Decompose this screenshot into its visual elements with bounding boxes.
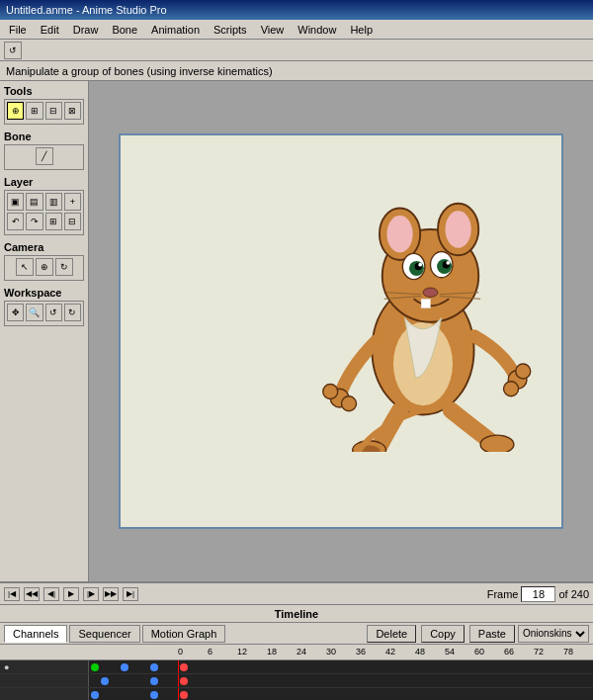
bone-tools-box: ╱: [4, 144, 84, 170]
playhead-1: [178, 660, 179, 673]
menu-bone[interactable]: Bone: [107, 23, 142, 37]
menu-help[interactable]: Help: [345, 23, 378, 37]
frame-number-input[interactable]: [521, 586, 555, 602]
layer-tool-add[interactable]: +: [64, 193, 81, 211]
camera-tool-1[interactable]: ↖: [16, 258, 34, 276]
ruler-78: 78: [563, 647, 573, 656]
track-1-dot-start: [91, 663, 99, 671]
title-text: Untitled.anme - Anime Studio Pro: [6, 4, 167, 16]
svg-point-14: [418, 263, 422, 267]
track-2-dot-1: [101, 677, 109, 685]
track-1-label: ●: [4, 662, 9, 672]
timeline-section: |◀ ◀◀ ◀| ▶ |▶ ▶▶ ▶| Frame of 240 Timelin…: [0, 581, 593, 700]
menu-bar: File Edit Draw Bone Animation Scripts Vi…: [0, 20, 593, 40]
playback-bar: |◀ ◀◀ ◀| ▶ |▶ ▶▶ ▶| Frame of 240: [0, 583, 593, 605]
ruler-24: 24: [296, 647, 306, 656]
delete-button[interactable]: Delete: [367, 625, 416, 643]
ruler-48: 48: [415, 647, 425, 656]
copy-button[interactable]: Copy: [421, 625, 465, 643]
ruler-6: 6: [208, 647, 212, 656]
menu-view[interactable]: View: [256, 23, 290, 37]
tab-motion-graph[interactable]: Motion Graph: [142, 625, 226, 643]
track-1-dot-12: [150, 663, 158, 671]
tool-manipulate[interactable]: ⊕: [7, 102, 24, 120]
layer-tool-3[interactable]: ▥: [45, 193, 62, 211]
left-panel: Tools ⊕ ⊞ ⊟ ⊠ Bone ╱ Layer: [0, 81, 89, 581]
svg-rect-17: [421, 299, 430, 307]
timeline-tracks: ●: [0, 660, 593, 700]
jerry-character: [314, 155, 532, 452]
camera-tool-2[interactable]: ⊕: [36, 258, 53, 276]
timeline-title: Timeline: [275, 608, 318, 620]
btn-next-frame[interactable]: ▶▶: [103, 587, 119, 601]
onionskins-select[interactable]: Onionskins: [518, 625, 589, 643]
track-3-dot-3: [180, 691, 188, 699]
svg-point-26: [504, 382, 519, 396]
paste-button[interactable]: Paste: [469, 625, 515, 643]
workspace-tool-2[interactable]: 🔍: [26, 304, 42, 321]
btn-prev-frame[interactable]: ◀◀: [24, 587, 40, 601]
track-2-dot-3: [180, 677, 188, 685]
btn-play[interactable]: ▶: [63, 587, 79, 601]
workspace-label: Workspace: [4, 287, 84, 299]
btn-skip-start[interactable]: |◀: [4, 587, 20, 601]
bone-tool-1[interactable]: ╱: [36, 147, 53, 165]
playhead-3: [178, 688, 179, 700]
btn-step-back[interactable]: ◀|: [43, 587, 59, 601]
track-1-dot-6: [121, 663, 128, 671]
menu-draw[interactable]: Draw: [68, 23, 104, 37]
toolbar-icon[interactable]: ↺: [4, 42, 22, 59]
svg-point-7: [446, 211, 471, 248]
tool-2[interactable]: ⊞: [26, 102, 42, 120]
layer-tools-box: ▣ ▤ ▥ + ↶ ↷ ⊞ ⊟: [4, 190, 84, 235]
ruler-66: 66: [504, 647, 514, 656]
ruler-18: 18: [267, 647, 277, 656]
svg-point-16: [423, 288, 438, 297]
workspace-tool-3[interactable]: ↺: [45, 304, 62, 321]
ruler-30: 30: [326, 647, 336, 656]
ruler-0: 0: [178, 647, 183, 656]
layer-tool-7[interactable]: ⊞: [45, 213, 62, 230]
canvas-inner[interactable]: [119, 133, 563, 529]
svg-point-27: [516, 364, 531, 379]
layer-tool-1[interactable]: ▣: [7, 193, 24, 211]
workspace-tool-1[interactable]: ✥: [7, 304, 24, 321]
tab-sequencer[interactable]: Sequencer: [69, 625, 139, 643]
toolbar-row: ↺: [0, 40, 593, 61]
svg-point-24: [342, 396, 357, 411]
status-bar: Manipulate a group of bones (using inver…: [0, 61, 593, 81]
layer-tool-5[interactable]: ↶: [7, 213, 24, 230]
menu-scripts[interactable]: Scripts: [209, 23, 252, 37]
tabs-bar: Channels Sequencer Motion Graph Delete C…: [0, 623, 593, 645]
svg-point-30: [480, 435, 514, 452]
menu-edit[interactable]: Edit: [36, 23, 64, 37]
track-2-dot-2: [150, 677, 158, 685]
of-label: of: [558, 588, 567, 600]
tool-4[interactable]: ⊠: [64, 102, 81, 120]
timeline-ruler: 0 6 12 18 24 30 36 42 48 54 60 66 72 78 …: [0, 645, 593, 660]
main-layout: Tools ⊕ ⊞ ⊟ ⊠ Bone ╱ Layer: [0, 81, 593, 581]
total-frames: 240: [571, 588, 589, 600]
frame-input-area: Frame of 240: [487, 586, 589, 602]
track-3-dot-2: [150, 691, 158, 699]
layer-tool-6[interactable]: ↷: [26, 213, 42, 230]
workspace-tool-4[interactable]: ↻: [64, 304, 81, 321]
ruler-36: 36: [356, 647, 366, 656]
menu-file[interactable]: File: [4, 23, 32, 37]
layer-tool-2[interactable]: ▤: [26, 193, 42, 211]
workspace-tools-box: ✥ 🔍 ↺ ↻: [4, 301, 84, 326]
ruler-72: 72: [534, 647, 544, 656]
btn-step-fwd[interactable]: |▶: [83, 587, 99, 601]
tool-3[interactable]: ⊟: [45, 102, 62, 120]
ruler-60: 60: [474, 647, 484, 656]
menu-window[interactable]: Window: [293, 23, 341, 37]
layer-tool-8[interactable]: ⊟: [64, 213, 81, 230]
svg-point-15: [446, 261, 450, 265]
tab-channels[interactable]: Channels: [4, 625, 67, 643]
layer-label: Layer: [4, 176, 84, 188]
svg-point-5: [386, 216, 412, 253]
btn-skip-end[interactable]: ▶|: [123, 587, 138, 601]
menu-animation[interactable]: Animation: [146, 23, 205, 37]
camera-tool-3[interactable]: ↻: [55, 258, 73, 276]
ruler-54: 54: [445, 647, 455, 656]
